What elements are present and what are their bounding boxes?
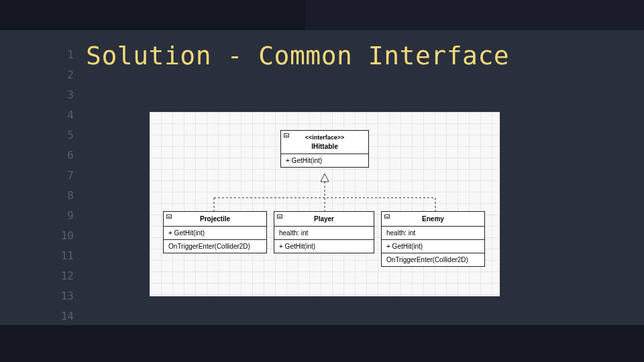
class-icon [277,215,282,219]
uml-name: IHittable [286,142,364,151]
slide-title: Solution - Common Interface [86,41,509,70]
line-number: 9 [55,206,74,226]
svg-marker-0 [321,174,329,182]
uml-name: Projectile [200,215,230,223]
uml-diagram: <<interface>> IHittable + GetHit(int) Pr… [150,112,500,296]
class-icon [166,215,172,219]
top-bar [0,0,305,30]
bottom-bar [0,325,644,362]
uml-name: Enemy [422,215,444,223]
uml-class-player: Player health: int + GetHit(int) [274,211,374,253]
class-icon [284,133,289,137]
uml-header: Player [274,212,374,227]
line-number: 2 [55,65,74,85]
line-number: 5 [55,125,74,145]
uml-stereotype: <<interface>> [286,133,364,142]
uml-method: + GetHit(int) [281,154,368,167]
uml-interface-ihittable: <<interface>> IHittable + GetHit(int) [280,130,369,168]
uml-method: OnTriggerEnter(Collider2D) [382,253,484,266]
line-number: 1 [55,45,74,65]
uml-method: OnTriggerEnter(Collider2D) [164,240,266,253]
line-number-gutter: 1 2 3 4 5 6 7 8 9 10 11 12 13 14 [55,45,74,326]
uml-method: + GetHit(int) [382,240,484,253]
class-icon [384,215,390,219]
uml-method: + GetHit(int) [274,240,374,253]
uml-class-projectile: Projectile + GetHit(int) OnTriggerEnter(… [163,211,267,253]
line-number: 14 [55,306,74,326]
line-number: 7 [55,166,74,186]
slide-content: 1 2 3 4 5 6 7 8 9 10 11 12 13 14 Solutio… [0,30,644,325]
line-number: 12 [55,266,74,286]
line-number: 11 [55,246,74,266]
uml-header: Projectile [164,212,266,227]
uml-name: Player [314,215,334,223]
uml-header: Enemy [382,212,484,227]
uml-field: health: int [274,227,374,240]
line-number: 4 [55,105,74,125]
line-number: 3 [55,85,74,105]
uml-class-enemy: Enemy health: int + GetHit(int) OnTrigge… [381,211,485,267]
uml-method: + GetHit(int) [164,227,266,240]
line-number: 13 [55,286,74,306]
line-number: 10 [55,226,74,246]
uml-field: health: int [382,227,484,240]
uml-header: <<interface>> IHittable [281,131,368,154]
line-number: 8 [55,186,74,206]
line-number: 6 [55,145,74,166]
